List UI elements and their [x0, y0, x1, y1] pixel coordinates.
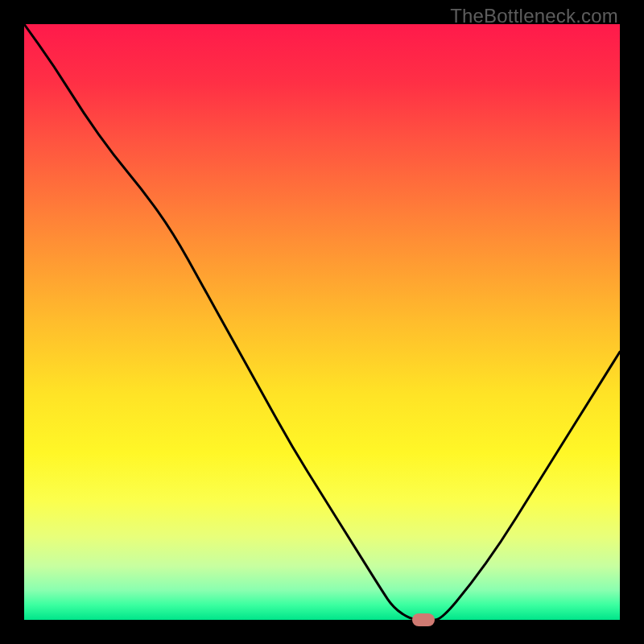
optimal-point-marker: [412, 613, 435, 626]
bottleneck-curve: [24, 24, 620, 620]
chart-frame: [24, 24, 620, 620]
